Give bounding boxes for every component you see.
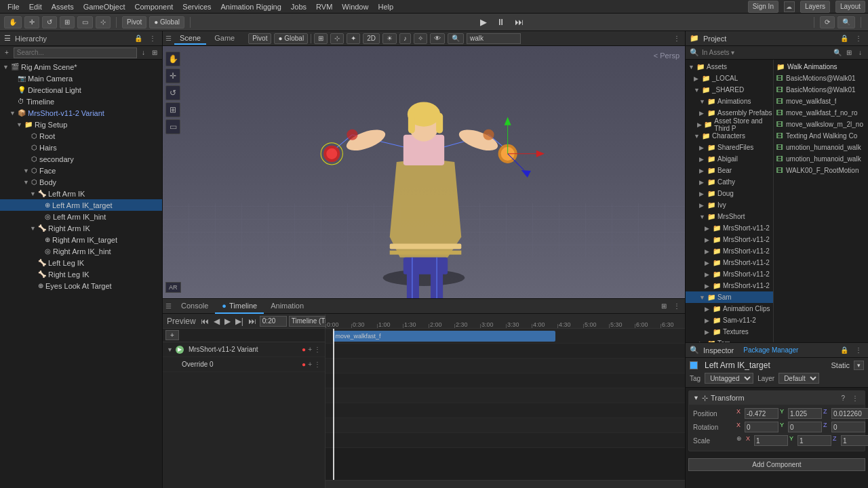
layout-dropdown[interactable]: Layout — [835, 1, 865, 13]
scale-gizmo-btn[interactable]: ⊞ — [165, 102, 180, 117]
scale-tool[interactable]: ⊞ — [60, 16, 75, 28]
menu-window[interactable]: Window — [337, 3, 373, 11]
hierarchy-lock-btn[interactable]: 🔒 — [132, 35, 144, 42]
tree-item-_shared[interactable]: ▼📁_SHARED — [686, 84, 773, 96]
add-track-btn[interactable]: + — [165, 330, 179, 340]
hier-item-eyes-look-at-target[interactable]: ⊕Eyes Look At Target — [0, 280, 162, 291]
tab-console[interactable]: Console — [174, 299, 215, 314]
object-enabled-checkbox[interactable] — [690, 361, 698, 369]
pause-button[interactable]: ⏸ — [494, 17, 507, 27]
2d-btn[interactable]: 2D — [363, 33, 380, 44]
audio-btn[interactable]: ♪ — [399, 33, 411, 44]
scene-lock-btn[interactable]: ⋮ — [671, 35, 682, 42]
grid-btn[interactable]: ⊞ — [314, 33, 328, 44]
menu-animation-rigging[interactable]: Animation Rigging — [216, 3, 286, 11]
transform-tool[interactable]: ⊹ — [96, 16, 111, 28]
hierarchy-add-btn[interactable]: + — [3, 49, 11, 56]
file-item-4[interactable]: 🎞move_walkfast_f_no_ro — [774, 107, 868, 119]
transform-help-btn[interactable]: ? — [839, 394, 847, 402]
file-item-2[interactable]: 🎞BasicMotions@Walk01 — [774, 84, 868, 96]
hidden-btn[interactable]: 👁 — [430, 33, 445, 44]
tree-item-_local[interactable]: ▶📁_LOCAL — [686, 73, 773, 84]
tree-item-assets[interactable]: ▼📁Assets — [686, 61, 773, 73]
rotate-gizmo-btn[interactable]: ↺ — [165, 85, 180, 100]
bottom-panel-expand[interactable]: ⊞ — [659, 302, 669, 310]
scene-search-input[interactable] — [467, 33, 521, 44]
menu-jobs[interactable]: Jobs — [286, 3, 311, 11]
tree-item-animations[interactable]: ▼📁Animations — [686, 96, 773, 107]
hierarchy-sort-btn[interactable]: ↓ — [140, 49, 147, 56]
menu-gameobject[interactable]: GameObject — [79, 3, 130, 11]
project-menu-btn[interactable]: ⋮ — [853, 35, 864, 42]
hand-tool[interactable]: ✋ — [4, 16, 22, 28]
preview-button[interactable]: Preview — [165, 317, 197, 326]
search-btn[interactable]: 🔍 — [837, 16, 855, 28]
inspector-menu-btn[interactable]: ⋮ — [853, 346, 864, 354]
hierarchy-expand-btn[interactable]: ⊞ — [150, 49, 159, 56]
global-btn[interactable]: ● Global — [274, 33, 308, 44]
track-0-expand[interactable]: ▼ — [167, 346, 173, 353]
scale-z-input[interactable] — [841, 435, 868, 446]
pos-y-input[interactable] — [788, 408, 822, 419]
tree-item-mrsshort-v11-2[interactable]: ▶📁MrsShort-v11-2 — [686, 245, 773, 257]
file-item-8[interactable]: 🎞umotion_humanoid_walk — [774, 153, 868, 165]
hier-item-directional-light[interactable]: 💡Directional Light — [0, 84, 162, 96]
hier-item-right-arm-ik_target[interactable]: ⊕Right Arm IK_target — [0, 234, 162, 245]
hier-item-mrsshort-v11-2-variant[interactable]: ▼📦MrsShort-v11-2 Variant — [0, 107, 162, 119]
move-gizmo-btn[interactable]: ✛ — [165, 68, 180, 83]
rot-x-input[interactable] — [745, 422, 778, 432]
static-dropdown-btn[interactable]: ▾ — [854, 361, 864, 370]
tree-item-sam[interactable]: ▼📁Sam — [686, 291, 773, 303]
transform-menu-btn[interactable]: ⋮ — [850, 394, 861, 402]
menu-file[interactable]: File — [3, 3, 24, 11]
hier-item-secondary[interactable]: ⬡secondary — [0, 153, 162, 165]
file-item-6[interactable]: 🎞Texting And Walking Co — [774, 130, 868, 142]
rect-gizmo-btn[interactable]: ▭ — [165, 119, 180, 134]
hier-item-left-arm-ik_hint[interactable]: ◎Left Arm IK_hint — [0, 211, 162, 222]
hier-item-root[interactable]: ⬡Root — [0, 130, 162, 142]
file-item-0[interactable]: 📁Walk Animations — [774, 61, 868, 73]
tl-prev-frame[interactable]: ◀ — [212, 317, 221, 326]
menu-assets[interactable]: Assets — [47, 3, 79, 11]
light-btn[interactable]: ☀ — [382, 33, 397, 44]
tree-item-asset-store-and-third-p[interactable]: ▶📁Asset Store and Third P — [686, 119, 773, 130]
track-1-menu[interactable]: ⋮ — [314, 361, 321, 368]
fx-btn[interactable]: ✦ — [347, 33, 360, 44]
inspector-lock-btn[interactable]: 🔒 — [838, 346, 850, 354]
timeline-scrollbar[interactable] — [326, 480, 685, 488]
ar-button[interactable]: AR — [165, 282, 181, 293]
tree-item-mrsshort-v11-2[interactable]: ▶📁MrsShort-v11-2 — [686, 234, 773, 245]
tree-item-sam-v11-2[interactable]: ▶📁Sam-v11-2 — [686, 314, 773, 326]
fx2-btn[interactable]: ✧ — [414, 33, 427, 44]
tree-item-mrsshort-v11-2[interactable]: ▶📁MrsShort-v11-2 — [686, 257, 773, 268]
tree-item-doug[interactable]: ▶📁Doug — [686, 188, 773, 199]
scene-search-btn[interactable]: 🔍 — [448, 33, 464, 44]
menu-component[interactable]: Component — [130, 3, 178, 11]
tree-item-tom[interactable]: ▶📁Tom — [686, 338, 773, 342]
sign-in-button[interactable]: Sign In — [748, 1, 778, 13]
tree-item-mrsshort-v11-2[interactable]: ▶📁MrsShort-v11-2 — [686, 280, 773, 291]
tree-item-mrsshort-v11-2[interactable]: ▶📁MrsShort-v11-2 — [686, 222, 773, 234]
bottom-panel-menu[interactable]: ⋮ — [671, 302, 682, 310]
rect-tool[interactable]: ▭ — [77, 16, 93, 28]
tree-item-abigail[interactable]: ▶📁Abigail — [686, 153, 773, 165]
menu-rvm[interactable]: RVM — [311, 3, 337, 11]
add-component-button[interactable]: Add Component — [688, 458, 865, 471]
tl-go-end[interactable]: ⏭ — [247, 317, 258, 326]
hier-item-right-arm-ik_hint[interactable]: ◎Right Arm IK_hint — [0, 245, 162, 257]
tree-item-characters[interactable]: ▼📁Characters — [686, 130, 773, 142]
scale-x-input[interactable] — [754, 435, 788, 446]
menu-services[interactable]: Services — [178, 3, 216, 11]
tree-item-mrsshort[interactable]: ▼📁MrsShort — [686, 211, 773, 222]
rotate-tool[interactable]: ↺ — [42, 16, 57, 28]
hier-item-rig-setup[interactable]: ▼📁Rig Setup — [0, 119, 162, 130]
file-item-3[interactable]: 🎞move_walkfast_f — [774, 96, 868, 107]
play-button[interactable]: ▶ — [478, 17, 489, 27]
hier-item-right-leg-ik[interactable]: 🦴Right Leg IK — [0, 268, 162, 280]
tl-play[interactable]: ▶ — [223, 317, 232, 326]
file-item-1[interactable]: 🎞BasicMotions@Walk01 — [774, 73, 868, 84]
project-view-btn[interactable]: ⊞ — [844, 49, 854, 56]
pivot-toggle[interactable]: Pivot — [122, 16, 146, 28]
global-toggle[interactable]: ● Global — [149, 16, 184, 28]
tab-timeline[interactable]: ● Timeline — [215, 299, 264, 314]
